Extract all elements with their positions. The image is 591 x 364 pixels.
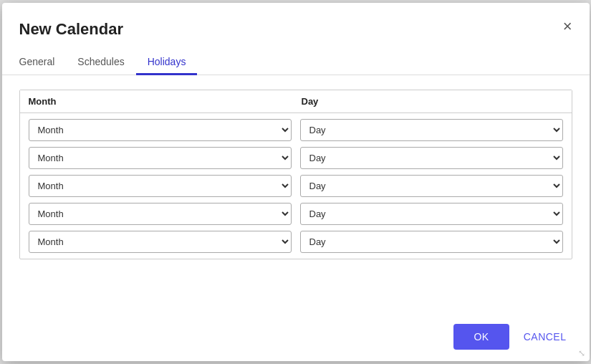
table-header: Month Day [20,90,572,113]
tab-holidays[interactable]: Holidays [136,50,198,75]
cancel-button[interactable]: CANCEL [518,324,572,350]
close-button[interactable]: × [563,19,572,34]
holidays-table: Month Day Month JanuaryFebruaryMarch Apr… [19,90,572,259]
resize-handle[interactable]: ⤡ [578,348,585,358]
tabs-container: General Schedules Holidays [2,39,590,75]
table-row: Month JanuaryFebruaryMarch AprilMayJune … [29,119,563,141]
day-column-header: Day [296,96,563,107]
dialog-footer: OK CANCEL [2,315,590,361]
table-row: Month JanuaryFebruaryMarch AprilMayJune … [29,175,563,197]
dialog-body: Month Day Month JanuaryFebruaryMarch Apr… [2,75,590,315]
day-select-3[interactable]: Day 12345 678910 1112131415 1617181920 2… [300,175,563,197]
day-select-4[interactable]: Day 12345 678910 1112131415 1617181920 2… [300,203,563,225]
month-select-3[interactable]: Month JanuaryFebruaryMarch AprilMayJune … [29,175,292,197]
table-rows: Month JanuaryFebruaryMarch AprilMayJune … [20,113,572,259]
day-select-1[interactable]: Day 12345 678910 1112131415 1617181920 2… [300,119,563,141]
table-row: Month JanuaryFebruaryMarch AprilMayJune … [29,231,563,253]
tab-general[interactable]: General [19,50,67,75]
month-select-1[interactable]: Month JanuaryFebruaryMarch AprilMayJune … [29,119,292,141]
month-select-4[interactable]: Month JanuaryFebruaryMarch AprilMayJune … [29,203,292,225]
month-select-5[interactable]: Month JanuaryFebruaryMarch AprilMayJune … [29,231,292,253]
dialog-header: New Calendar × [2,3,590,39]
ok-button[interactable]: OK [453,324,509,350]
tab-schedules[interactable]: Schedules [66,50,135,75]
dialog-title: New Calendar [19,20,124,39]
new-calendar-dialog: New Calendar × General Schedules Holiday… [2,3,590,361]
table-row: Month JanuaryFebruaryMarch AprilMayJune … [29,203,563,225]
day-select-5[interactable]: Day 12345 678910 1112131415 1617181920 2… [300,231,563,253]
month-column-header: Month [29,96,296,107]
day-select-2[interactable]: Day 12345 678910 1112131415 1617181920 2… [300,147,563,169]
table-row: Month JanuaryFebruaryMarch AprilMayJune … [29,147,563,169]
month-select-2[interactable]: Month JanuaryFebruaryMarch AprilMayJune … [29,147,292,169]
